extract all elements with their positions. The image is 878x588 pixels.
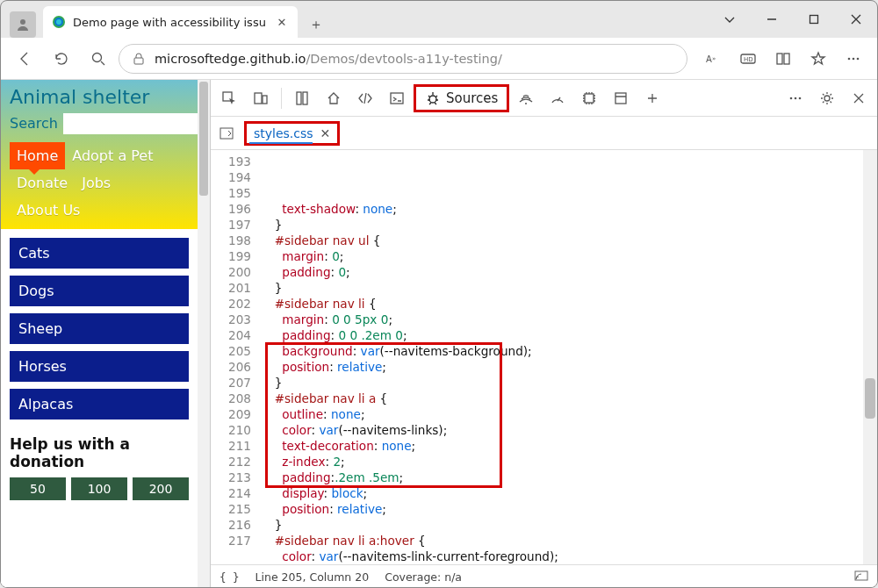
svg-text:A: A — [706, 54, 712, 64]
nav-donate[interactable]: Donate — [10, 169, 75, 197]
profile-button[interactable] — [10, 11, 36, 38]
minimize-button[interactable] — [751, 1, 793, 38]
device-icon[interactable] — [246, 83, 276, 113]
sidenav-item[interactable]: Alpacas — [10, 389, 189, 419]
devtools-settings-icon[interactable] — [812, 83, 842, 113]
new-tab-button[interactable]: ＋ — [303, 11, 329, 38]
console-icon[interactable] — [382, 83, 412, 113]
lock-icon — [132, 52, 146, 66]
file-tabs: styles.css ✕ — [211, 117, 877, 150]
window-titlebar: Demo page with accessibility issu ✕ ＋ — [1, 1, 877, 38]
back-button[interactable] — [8, 42, 41, 75]
svg-point-0 — [20, 19, 25, 25]
svg-point-23 — [429, 96, 436, 103]
devtools: Sources styles.css ✕ 1931941951961971981… — [210, 80, 877, 588]
devtools-more-icon[interactable] — [781, 83, 810, 113]
donation-amounts: 50100200 — [10, 477, 189, 500]
page-scrollbar[interactable] — [198, 80, 210, 588]
svg-point-31 — [795, 97, 797, 99]
svg-point-15 — [853, 57, 855, 60]
home-icon[interactable] — [319, 83, 349, 113]
reader-icon[interactable] — [766, 42, 800, 75]
svg-rect-7 — [134, 58, 143, 64]
nav-about[interactable]: About Us — [10, 197, 87, 224]
status-coverage: Coverage: n/a — [385, 570, 462, 584]
status-line-col: Line 205, Column 20 — [255, 570, 370, 584]
donation-amount[interactable]: 100 — [71, 477, 127, 500]
close-window-button[interactable] — [835, 1, 877, 38]
url-text: microsoftedge.github.io/Demos/devtools-a… — [155, 52, 502, 66]
status-screencast-icon[interactable] — [854, 570, 868, 584]
close-file-icon[interactable]: ✕ — [320, 126, 331, 140]
read-aloud-icon[interactable]: A» — [696, 42, 730, 75]
sidenav-item[interactable]: Dogs — [10, 276, 189, 306]
file-tab-styles[interactable]: styles.css ✕ — [244, 121, 340, 146]
tab-title: Demo page with accessibility issu — [73, 16, 268, 29]
toggle-navigator-icon[interactable] — [214, 121, 239, 146]
devtools-close-icon[interactable] — [844, 83, 874, 113]
network-icon[interactable] — [511, 83, 541, 113]
performance-icon[interactable] — [543, 83, 572, 113]
svg-point-14 — [848, 57, 851, 60]
tab-sources[interactable]: Sources — [414, 84, 509, 112]
window-controls — [709, 1, 877, 38]
search-button[interactable] — [82, 42, 115, 75]
svg-rect-5 — [810, 16, 818, 24]
search-input[interactable] — [63, 113, 210, 134]
code-editor[interactable]: 1931941951961971981992002012022032042052… — [211, 150, 877, 564]
close-tab-icon[interactable]: ✕ — [275, 15, 289, 29]
hd-icon[interactable]: HD — [731, 42, 765, 75]
application-icon[interactable] — [606, 83, 636, 113]
browser-tab[interactable]: Demo page with accessibility issu ✕ — [43, 6, 298, 38]
elements-icon[interactable] — [350, 83, 380, 113]
editor-scrollbar[interactable] — [863, 150, 877, 564]
svg-rect-22 — [391, 93, 403, 104]
devtools-toolbar: Sources — [211, 80, 877, 117]
tab-sources-label: Sources — [446, 90, 498, 106]
welcome-icon[interactable] — [287, 83, 317, 113]
svg-rect-26 — [615, 93, 626, 104]
more-tabs-icon[interactable] — [637, 83, 667, 113]
donation-amount[interactable]: 50 — [10, 477, 66, 500]
svg-point-33 — [824, 96, 830, 101]
svg-point-32 — [799, 97, 802, 99]
line-gutter: 1931941951961971981992002012022032042052… — [211, 150, 260, 564]
svg-text:»: » — [712, 55, 716, 62]
site-title: Animal shelter — [10, 86, 189, 108]
svg-point-3 — [56, 19, 61, 25]
svg-rect-21 — [303, 92, 307, 104]
file-tab-label: styles.css — [254, 126, 313, 140]
braces-icon[interactable]: { } — [220, 570, 240, 584]
more-icon[interactable] — [837, 42, 870, 75]
favorite-icon[interactable] — [802, 42, 835, 75]
search-label: Search — [10, 115, 58, 132]
side-nav: CatsDogsSheepHorsesAlpacas — [10, 238, 189, 419]
code-content[interactable]: text-shadow: none; } #sidebar nav ul { m… — [260, 150, 877, 564]
address-field[interactable]: microsoftedge.github.io/Demos/devtools-a… — [119, 44, 687, 74]
sidenav-item[interactable]: Sheep — [10, 313, 189, 344]
svg-point-30 — [790, 97, 793, 99]
svg-rect-13 — [784, 54, 789, 64]
maximize-button[interactable] — [793, 1, 835, 38]
bug-icon — [425, 90, 441, 106]
nav-jobs[interactable]: Jobs — [75, 169, 118, 197]
memory-icon[interactable] — [574, 83, 604, 113]
refresh-button[interactable] — [45, 42, 78, 75]
svg-point-24 — [525, 103, 527, 104]
rendered-page: Animal shelter Search go Home Adopt a Pe… — [1, 80, 210, 588]
chevron-down-icon[interactable] — [709, 1, 751, 38]
inspect-icon[interactable] — [214, 83, 244, 113]
donation-amount[interactable]: 200 — [133, 477, 189, 500]
sidenav-item[interactable]: Horses — [10, 351, 189, 382]
nav-adopt[interactable]: Adopt a Pet — [65, 142, 160, 169]
svg-rect-12 — [777, 54, 782, 64]
svg-point-6 — [93, 53, 102, 61]
nav-home[interactable]: Home — [10, 142, 65, 169]
svg-rect-20 — [297, 92, 301, 104]
address-bar: microsoftedge.github.io/Demos/devtools-a… — [1, 38, 877, 80]
main-nav: Home Adopt a Pet Donate Jobs About Us — [10, 142, 189, 229]
svg-text:HD: HD — [744, 56, 753, 63]
svg-rect-18 — [255, 93, 262, 104]
svg-rect-25 — [585, 94, 594, 103]
sidenav-item[interactable]: Cats — [10, 238, 189, 269]
